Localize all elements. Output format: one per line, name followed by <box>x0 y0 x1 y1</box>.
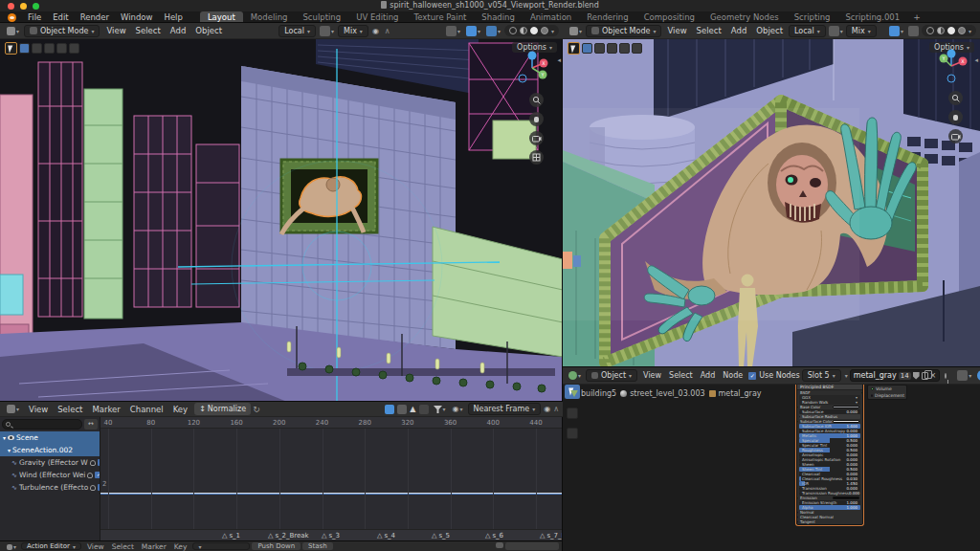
shader-menu-item[interactable]: Node <box>719 371 746 380</box>
output-node-row[interactable]: Volume <box>868 386 906 392</box>
annotate-tool-button[interactable] <box>567 408 578 419</box>
viewport-menu-item[interactable]: View <box>662 23 691 38</box>
color-swatch[interactable] <box>833 496 859 499</box>
socket-dot[interactable] <box>799 463 800 466</box>
channel-enable-checkbox[interactable]: ✓ <box>95 472 100 478</box>
select-box-tool-button[interactable] <box>582 43 592 54</box>
viewport-menu-item[interactable]: View <box>101 23 130 38</box>
socket-dot[interactable] <box>799 487 800 490</box>
timeline-marker[interactable]: △ s_4 <box>377 530 395 541</box>
cursor-tool-button[interactable] <box>32 43 42 54</box>
tweak-tool-button[interactable] <box>5 42 17 55</box>
links-cut-tool-button[interactable] <box>567 428 578 439</box>
frame-snap-dropdown[interactable]: Nearest Frame▾ <box>468 403 542 415</box>
action-menu-item[interactable]: View <box>83 542 108 551</box>
menu-item[interactable]: Render <box>75 11 115 24</box>
socket-dot[interactable] <box>861 391 862 394</box>
curve-area[interactable]: 2 -2 <box>100 429 563 529</box>
workspace-tab[interactable]: Scripting.001 <box>837 11 907 24</box>
material-name-field[interactable]: metal_gray 14 × <box>850 369 941 382</box>
falloff-button[interactable]: ∧ <box>383 26 392 36</box>
shader-context-dropdown[interactable]: Object▾ <box>586 369 637 382</box>
modifier-wrench-icon[interactable] <box>87 473 93 478</box>
action-menu-item[interactable]: Marker <box>138 542 170 551</box>
timeline-marker[interactable]: △ s_1 <box>222 530 240 541</box>
channel-search-input[interactable] <box>2 419 82 430</box>
workspace-tab[interactable]: Compositing <box>636 11 702 24</box>
zoom-button[interactable] <box>529 93 544 107</box>
duplicate-material-icon[interactable] <box>922 372 928 380</box>
timeline-marker[interactable]: △ s_7_Looking <box>540 530 563 541</box>
workspace-tab[interactable]: Shading <box>474 11 523 24</box>
material-shading-button[interactable] <box>530 27 538 34</box>
action-menu-item[interactable]: Key <box>170 542 191 551</box>
channel-row[interactable]: ▾ ∿ Scene ✓ <box>0 431 100 444</box>
transform-orientation-dropdown[interactable]: Local▾ <box>278 25 316 37</box>
sidebar-collapse-icon[interactable]: ◂ <box>974 56 978 64</box>
timeline-marker[interactable]: △ s_2_Break <box>268 530 309 541</box>
rotate-tool-button[interactable] <box>56 43 67 54</box>
shader-menu-item[interactable]: Add <box>697 371 720 380</box>
material-output-node[interactable]: Volume Displacement <box>867 385 907 400</box>
falloff-icon[interactable]: ∧ <box>553 405 559 413</box>
breadcrumb-item[interactable]: building5 <box>570 389 616 398</box>
channel-row[interactable]: ▾ ∿ Turbulence (Effecto ✓ <box>0 481 100 494</box>
navigation-gizmo[interactable]: X Y <box>934 49 969 83</box>
socket-dot[interactable] <box>799 415 800 418</box>
channel-row[interactable]: ▾ ∿ Gravity (Effector W ✓ <box>0 456 100 469</box>
shader-editor-canvas[interactable]: building5 street_level_03.003 metal_gray… <box>563 385 980 551</box>
gizmo-toggle-button[interactable]: ▾ <box>464 25 482 37</box>
filter-button[interactable]: ▾ <box>432 405 448 414</box>
workspace-tab[interactable]: Modeling <box>243 11 296 24</box>
tweak-select-icon[interactable] <box>385 405 394 414</box>
workspace-tab[interactable]: Layout <box>200 11 243 24</box>
proportional-editing-button[interactable]: ◉ <box>370 26 381 36</box>
viewport-menu-item[interactable]: Add <box>726 23 751 38</box>
rendered-shading-button[interactable] <box>958 27 966 34</box>
editor-type-button[interactable]: ▾ <box>4 27 22 35</box>
navigation-gizmo[interactable]: X Y <box>515 51 549 85</box>
socket-dot[interactable] <box>799 430 800 432</box>
shader-menu-item[interactable]: View <box>639 371 665 380</box>
viewport-menu-item[interactable]: Select <box>692 23 726 38</box>
solid-shading-button[interactable] <box>520 27 527 34</box>
user-count-badge[interactable]: 14 <box>899 372 911 380</box>
rotate-tool-button[interactable] <box>619 43 630 54</box>
socket-dot[interactable] <box>871 387 874 390</box>
socket-dot[interactable] <box>797 496 798 499</box>
stash-button[interactable]: Stash <box>302 542 333 550</box>
socket-dot[interactable] <box>799 458 800 461</box>
menu-item[interactable]: Edit <box>47 11 74 24</box>
timeline-ruler[interactable]: 4080120160200240280320360400440 <box>100 417 563 429</box>
add-workspace-button[interactable]: + <box>907 12 926 22</box>
tweak-tool-button[interactable] <box>568 42 580 55</box>
breadcrumb-item[interactable]: metal_gray <box>709 389 762 398</box>
normalize-button[interactable]: ↕Normalize <box>194 403 251 415</box>
disclosure-triangle-icon[interactable]: ▾ <box>3 434 6 441</box>
color-swatch[interactable] <box>833 420 859 423</box>
ghost-curves-icon[interactable] <box>419 405 429 414</box>
shader-menu-item[interactable]: Select <box>665 371 697 380</box>
action-datablock-dropdown[interactable]: ▾ <box>192 542 250 550</box>
orthographic-grid-button[interactable] <box>529 150 544 165</box>
workspace-tab[interactable]: Rendering <box>579 11 635 24</box>
socket-dot[interactable] <box>797 520 798 523</box>
push-down-button[interactable]: Push Down <box>252 542 301 550</box>
viewport-left-canvas[interactable]: Options▾ ◂ X Y <box>0 39 563 402</box>
menu-item[interactable]: File <box>22 11 47 24</box>
color-swatch[interactable] <box>833 406 859 408</box>
editor-type-button[interactable]: ▾ <box>567 27 585 35</box>
editor-type-button[interactable]: ▾ <box>4 405 22 413</box>
socket-dot[interactable] <box>797 406 798 408</box>
eye-icon[interactable] <box>8 435 14 440</box>
channel-enable-checkbox[interactable]: ✓ <box>98 459 100 466</box>
principled-bsdf-node[interactable]: Principled BSDF BSDF ▾ <box>796 383 863 525</box>
socket-dot[interactable] <box>797 516 798 518</box>
node-header[interactable]: Principled BSDF <box>797 384 862 390</box>
output-node-row[interactable]: Displacement <box>868 392 906 399</box>
transform-orientation-dropdown[interactable]: Local▾ <box>789 25 826 37</box>
select-box-tool-button[interactable] <box>19 43 30 54</box>
modifier-wrench-icon[interactable] <box>90 485 96 491</box>
workspace-tab[interactable]: Sculpting <box>295 11 348 24</box>
pan-hand-button[interactable] <box>948 110 963 124</box>
